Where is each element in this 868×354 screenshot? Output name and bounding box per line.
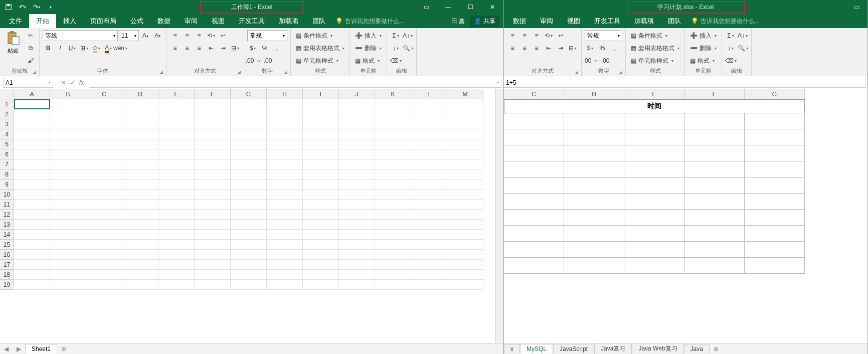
row-header[interactable]: 4 xyxy=(0,129,14,139)
table-format-button[interactable]: ▦ 套用表格格式 xyxy=(629,43,681,54)
cell[interactable] xyxy=(447,250,483,260)
cell[interactable] xyxy=(339,149,375,159)
cell[interactable] xyxy=(14,240,50,250)
cell[interactable] xyxy=(158,280,195,290)
cell[interactable] xyxy=(158,169,195,180)
cell[interactable] xyxy=(50,220,86,230)
cell[interactable] xyxy=(447,180,483,190)
cell[interactable] xyxy=(86,280,122,290)
cell[interactable] xyxy=(122,99,158,109)
cell[interactable] xyxy=(86,149,122,159)
row-header[interactable]: 7 xyxy=(0,159,14,169)
cell[interactable] xyxy=(624,210,684,226)
cell[interactable] xyxy=(684,258,745,274)
launcher-icon[interactable]: ◢ xyxy=(575,70,578,75)
column-header[interactable]: K xyxy=(375,89,411,99)
cell[interactable] xyxy=(339,210,375,220)
tab-view[interactable]: 视图 xyxy=(205,14,232,28)
cell[interactable] xyxy=(267,119,303,129)
cell[interactable] xyxy=(447,280,483,290)
cell[interactable] xyxy=(195,280,231,290)
cell[interactable] xyxy=(14,190,50,200)
cell[interactable] xyxy=(158,190,195,200)
column-header[interactable]: D xyxy=(122,89,158,99)
format-painter-icon[interactable]: 🖌 xyxy=(25,55,36,66)
ribbon-options-icon[interactable]: ▭ xyxy=(845,0,867,14)
align-middle-icon[interactable]: ≡ xyxy=(182,30,193,41)
cell[interactable] xyxy=(231,200,267,210)
cell[interactable] xyxy=(122,260,158,270)
cell[interactable] xyxy=(447,200,483,210)
tab-formulas[interactable]: 公式 xyxy=(123,14,150,28)
cell[interactable] xyxy=(411,169,447,180)
cell[interactable] xyxy=(339,230,375,240)
cell[interactable] xyxy=(267,240,303,250)
cell[interactable] xyxy=(14,200,50,210)
align-left-icon[interactable]: ≡ xyxy=(507,43,518,54)
cell[interactable] xyxy=(447,159,483,169)
cell[interactable] xyxy=(14,280,50,290)
cell[interactable] xyxy=(624,161,684,178)
cell[interactable] xyxy=(231,119,267,129)
cell[interactable] xyxy=(122,159,158,169)
cell[interactable] xyxy=(50,119,86,129)
cell[interactable] xyxy=(504,226,564,242)
cell[interactable] xyxy=(447,139,483,149)
ribbon-options-icon[interactable]: ▭ xyxy=(415,0,437,14)
table-format-button[interactable]: ▦ 套用表格格式 xyxy=(294,43,346,54)
cell[interactable] xyxy=(303,119,339,129)
cell[interactable] xyxy=(86,270,122,280)
cell[interactable] xyxy=(564,194,624,210)
cell[interactable] xyxy=(303,220,339,230)
cell[interactable] xyxy=(375,260,411,270)
qat-customize-icon[interactable]: ▾ xyxy=(44,1,57,14)
formula-input[interactable]: ▾ xyxy=(89,78,501,88)
row-header[interactable]: 6 xyxy=(0,149,14,159)
cell[interactable] xyxy=(303,159,339,169)
sheet-tab[interactable]: x xyxy=(504,344,520,353)
cell[interactable] xyxy=(447,149,483,159)
cell[interactable] xyxy=(267,230,303,240)
cell[interactable] xyxy=(122,280,158,290)
cell[interactable] xyxy=(447,109,483,119)
row-header[interactable]: 15 xyxy=(0,240,14,250)
row-header[interactable]: 14 xyxy=(0,230,14,240)
column-header[interactable]: A xyxy=(14,89,50,99)
cell[interactable] xyxy=(303,129,339,139)
cell[interactable] xyxy=(447,169,483,180)
column-header[interactable]: C xyxy=(86,89,122,99)
cell[interactable] xyxy=(195,180,231,190)
wrap-text-icon[interactable]: ↩ xyxy=(218,30,229,41)
cell[interactable] xyxy=(339,139,375,149)
cells-area[interactable] xyxy=(14,99,495,343)
cell[interactable] xyxy=(14,250,50,260)
add-sheet-icon[interactable]: ⊕ xyxy=(710,345,723,352)
cell[interactable] xyxy=(267,280,303,290)
cell[interactable] xyxy=(50,180,86,190)
close-icon[interactable]: ✕ xyxy=(481,0,503,14)
cell[interactable] xyxy=(122,169,158,180)
cell[interactable] xyxy=(195,260,231,270)
row-header[interactable]: 3 xyxy=(0,119,14,129)
tab-developer[interactable]: 开发工具 xyxy=(232,14,272,28)
cell[interactable] xyxy=(411,250,447,260)
tab-layout[interactable]: 页面布局 xyxy=(83,14,123,28)
number-format-combo[interactable]: 常规▾ xyxy=(247,30,287,41)
cell[interactable] xyxy=(624,113,684,129)
cell[interactable] xyxy=(339,270,375,280)
cell[interactable] xyxy=(50,200,86,210)
row-header[interactable]: 18 xyxy=(0,270,14,280)
cancel-formula-icon[interactable]: ✕ xyxy=(61,79,66,86)
cell[interactable] xyxy=(267,99,303,109)
add-sheet-icon[interactable]: ⊕ xyxy=(57,345,70,352)
cell[interactable] xyxy=(267,180,303,190)
row-header[interactable]: 11 xyxy=(0,200,14,210)
sheet-tab[interactable]: Java复习 xyxy=(594,343,632,354)
user-name[interactable]: 田 鑫 xyxy=(451,17,465,26)
font-size-combo[interactable]: 11▾ xyxy=(119,30,139,41)
cell[interactable] xyxy=(564,129,624,145)
cell[interactable] xyxy=(195,250,231,260)
sort-filter-icon[interactable]: A↓ xyxy=(402,30,413,41)
indent-decrease-icon[interactable]: ⇤ xyxy=(206,43,217,54)
find-icon[interactable]: 🔍 xyxy=(402,43,413,54)
